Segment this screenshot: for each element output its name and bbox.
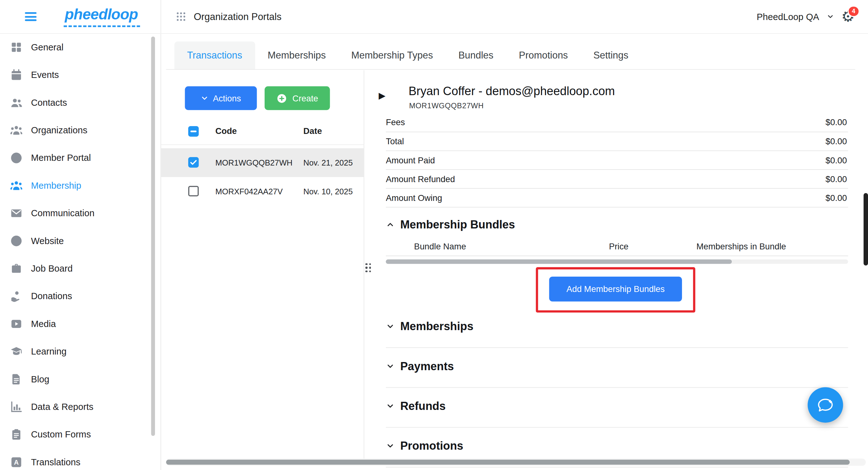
chevron-down-icon <box>201 95 208 102</box>
apps-grid-icon[interactable] <box>176 11 186 22</box>
topbar-divider <box>161 0 161 33</box>
bundles-column-bundle-name: Bundle Name <box>414 238 466 256</box>
summary-value: $0.00 <box>826 174 848 184</box>
row-checkbox[interactable] <box>188 157 199 168</box>
portal-title: Organization Portals <box>194 0 281 33</box>
sidebar-item-general[interactable]: General <box>0 33 161 61</box>
sidebar-item-label: Contacts <box>31 97 67 108</box>
chevron-down-icon[interactable] <box>826 13 834 21</box>
section-title: Memberships <box>400 320 473 333</box>
sidebar-nav: GeneralEventsContactsOrganizationsMember… <box>0 33 161 470</box>
sidebar-item-label: Blog <box>31 374 49 384</box>
row-checkbox[interactable] <box>188 186 199 197</box>
section-title: Membership Bundles <box>400 218 515 231</box>
bundles-hscroll-track <box>386 259 848 264</box>
section-memberships[interactable]: Memberships <box>386 318 473 335</box>
page-vscroll-thumb[interactable] <box>864 193 868 266</box>
main-hscroll-thumb[interactable] <box>166 460 849 465</box>
tab-memberships[interactable]: Memberships <box>255 42 339 69</box>
summary-value: $0.00 <box>826 136 848 146</box>
sidebar-item-blog[interactable]: Blog <box>0 365 161 393</box>
select-all-checkbox[interactable] <box>188 126 199 137</box>
sidebar-item-translations[interactable]: ATranslations <box>0 448 161 470</box>
transaction-summary-table: Fees$0.00Total$0.00Amount Paid$0.00Amoun… <box>386 118 848 207</box>
plus-circle-icon <box>277 93 287 104</box>
section-promotions[interactable]: Promotions <box>386 437 463 454</box>
document-icon <box>10 373 23 385</box>
summary-row: Amount Paid$0.00 <box>386 151 848 170</box>
actions-button[interactable]: Actions <box>185 87 257 110</box>
main-content: TransactionsMembershipsMembership TypesB… <box>161 33 868 470</box>
sidebar-item-events[interactable]: Events <box>0 61 161 88</box>
sidebar-item-label: Website <box>31 235 64 246</box>
sidebar-item-communication[interactable]: Communication <box>0 199 161 227</box>
sidebar-scrollbar[interactable] <box>151 37 155 436</box>
globe-icon <box>10 152 23 164</box>
add-membership-bundles-button[interactable]: Add Membership Bundles <box>549 277 682 302</box>
settings-gear-icon[interactable]: ⚙ 4 <box>841 9 855 24</box>
tab-settings[interactable]: Settings <box>581 42 641 69</box>
transaction-date-cell: Nov. 21, 2025 <box>303 148 353 177</box>
logo-underline <box>64 25 140 27</box>
sidebar-item-contacts[interactable]: Contacts <box>0 89 161 116</box>
hamburger-menu-icon[interactable] <box>25 12 37 21</box>
transaction-code-cell: MOR1WGQQB27WH <box>215 148 292 177</box>
section-title: Refunds <box>400 399 445 412</box>
bar-chart-icon <box>10 400 23 413</box>
sidebar-item-donations[interactable]: Donations <box>0 282 161 310</box>
section-refunds[interactable]: Refunds <box>386 398 445 414</box>
pheedloop-logo[interactable]: pheedloop <box>65 6 138 25</box>
create-button[interactable]: Create <box>265 87 330 110</box>
chevron-down-icon <box>386 362 395 370</box>
sidebar-item-organizations[interactable]: Organizations <box>0 116 161 144</box>
chevron-up-icon <box>386 220 395 229</box>
section-divider <box>386 467 848 468</box>
table-row[interactable]: MOR1WGQQB27WHNov. 21, 2025 <box>161 148 364 177</box>
sidebar-item-learning[interactable]: Learning <box>0 337 161 365</box>
drag-handle-icon[interactable] <box>365 260 372 276</box>
bundles-column-memberships-in-bundle: Memberships in Bundle <box>696 238 786 256</box>
chevron-down-icon <box>386 322 395 331</box>
media-play-icon <box>10 317 23 330</box>
chat-support-button[interactable] <box>808 387 843 423</box>
collapse-panel-icon[interactable]: ▶ <box>379 90 385 101</box>
bundles-table-header: Bundle NamePriceMemberships in Bundle <box>386 238 848 256</box>
sidebar-item-job-board[interactable]: Job Board <box>0 255 161 282</box>
transaction-title: Bryan Coffer - demos@pheedloop.com <box>409 85 615 98</box>
tab-transactions[interactable]: Transactions <box>175 42 255 69</box>
sidebar-item-member-portal[interactable]: Member Portal <box>0 144 161 171</box>
section-membership-bundles[interactable]: Membership Bundles <box>386 216 515 233</box>
actions-button-label: Actions <box>213 93 241 103</box>
notification-badge: 4 <box>848 5 860 17</box>
account-menu[interactable]: PheedLoop QA <box>757 11 819 22</box>
column-header-code: Code <box>215 118 237 144</box>
sidebar-item-label: Learning <box>31 346 67 357</box>
summary-label: Amount Refunded <box>386 174 455 184</box>
table-row[interactable]: MORXF042AA27VNov. 10, 2025 <box>161 177 364 207</box>
sidebar-item-data-reports[interactable]: Data & Reports <box>0 393 161 420</box>
logo-text: pheedloop <box>65 6 138 23</box>
sidebar-item-label: Data & Reports <box>31 401 93 412</box>
people-icon <box>10 96 23 109</box>
sidebar-item-website[interactable]: Website <box>0 227 161 255</box>
bundles-hscroll-thumb[interactable] <box>386 259 732 264</box>
section-divider <box>386 427 848 428</box>
graduation-icon <box>10 345 23 358</box>
chevron-down-icon <box>386 401 395 410</box>
summary-label: Fees <box>386 118 405 127</box>
sidebar-item-membership[interactable]: Membership <box>0 171 161 199</box>
sidebar-item-label: Job Board <box>31 263 73 274</box>
chat-bubble-icon <box>816 396 835 414</box>
globe-icon <box>10 234 23 247</box>
section-divider <box>386 347 848 348</box>
tab-promotions[interactable]: Promotions <box>506 42 581 69</box>
tab-bundles[interactable]: Bundles <box>445 42 506 69</box>
sidebar-item-custom-forms[interactable]: Custom Forms <box>0 421 161 448</box>
tab-membership-types[interactable]: Membership Types <box>339 42 445 69</box>
summary-value: $0.00 <box>826 118 848 127</box>
summary-value: $0.00 <box>826 193 848 203</box>
transaction-code: MOR1WGQQB27WH <box>409 102 484 110</box>
section-payments[interactable]: Payments <box>386 358 454 375</box>
summary-row: Total$0.00 <box>386 132 848 151</box>
sidebar-item-media[interactable]: Media <box>0 310 161 337</box>
